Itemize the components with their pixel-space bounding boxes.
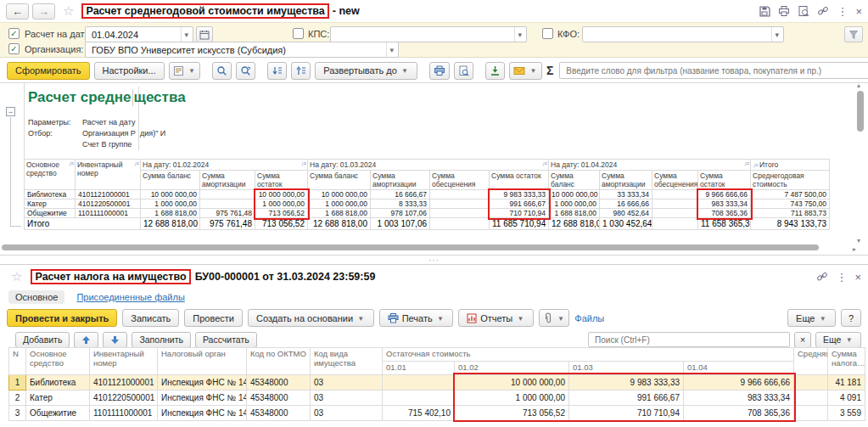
doc-cell[interactable]: 41 181 — [828, 374, 865, 390]
doc-cell[interactable]: 710 710,94 — [569, 405, 684, 420]
report-cell[interactable] — [652, 218, 698, 230]
report-cell[interactable]: 1 000 000,00 — [308, 199, 371, 209]
doc-cell[interactable] — [794, 374, 828, 390]
report-cell[interactable] — [430, 218, 490, 230]
report-cell[interactable]: 9 966 666,66 — [698, 190, 751, 199]
kps-input[interactable]: ▾ — [330, 26, 527, 42]
doc-cell[interactable] — [383, 390, 455, 405]
doc-cell[interactable]: Катер — [26, 390, 90, 405]
print-button[interactable]: Печать ▾ — [379, 309, 454, 327]
doc-cell[interactable]: 45348000 — [247, 405, 311, 420]
report-cell[interactable]: 12 688 818,00 — [308, 218, 371, 230]
doc-cell[interactable] — [794, 390, 828, 405]
calendar-button[interactable] — [196, 26, 213, 42]
report-subcol[interactable]: Сумма амортизации — [600, 171, 652, 190]
favorite-star-icon[interactable]: ☆ — [63, 3, 74, 19]
report-cell[interactable]: 975 761,48 — [200, 209, 255, 218]
doc-cell[interactable]: 03 — [311, 405, 383, 420]
doc-col-kind[interactable]: Код вида имущества — [311, 348, 383, 375]
tab-attached-files[interactable]: Присоединенные файлы — [76, 292, 184, 302]
report-group-0104[interactable]: ↓≡На дату: 01.04.2024 — [549, 160, 751, 171]
report-subcol[interactable]: Сумма остаток — [255, 171, 308, 190]
report-cell[interactable]: Общежитие — [25, 209, 76, 218]
scroll-right-icon[interactable]: ▸ — [853, 245, 856, 253]
report-cell[interactable]: 975 761,48 — [200, 218, 255, 230]
report-cell[interactable]: 978 107,06 — [371, 209, 430, 218]
grid-search-input[interactable] — [593, 334, 785, 346]
report-subcol[interactable]: Сумма остаток — [698, 171, 751, 190]
date-checkbox[interactable]: ✓ — [8, 28, 20, 39]
doc-cell[interactable]: Инспекция ФНС № 14 — [158, 405, 247, 420]
doc-cell[interactable]: 983 333,34 — [684, 390, 794, 405]
calculate-button[interactable]: Рассчитать — [195, 332, 257, 348]
print-preview-button[interactable] — [454, 62, 473, 80]
move-row-up-button[interactable] — [74, 332, 98, 348]
report-row[interactable]: Катер41012205000011 000 000,001 000 000,… — [25, 199, 830, 209]
report-cell[interactable]: Итого — [25, 218, 141, 230]
doc-cell[interactable]: 715 402,10 — [383, 405, 455, 420]
vertical-scrollbar[interactable]: ▴ ▾ — [855, 83, 865, 244]
doc-col-date[interactable]: 01.03 — [569, 361, 684, 374]
report-subcol[interactable]: Сумма баланс — [308, 171, 371, 190]
org-dropdown-icon[interactable]: ▾ — [386, 42, 396, 57]
report-cell[interactable]: 991 666,67 — [490, 199, 549, 209]
save-report-button[interactable] — [485, 62, 505, 80]
doc-cell[interactable]: 03 — [311, 390, 383, 405]
report-cell[interactable] — [430, 190, 490, 199]
document-help-button[interactable]: ? — [841, 309, 861, 327]
report-cell[interactable]: 1 000 000,00 — [141, 199, 200, 209]
collapse-group-icon[interactable]: − — [6, 107, 15, 116]
doc-cell[interactable]: 1 000 000,00 — [455, 390, 569, 405]
report-cell[interactable]: 1101111000001 — [76, 209, 141, 218]
report-cell[interactable] — [652, 199, 698, 209]
tab-main[interactable]: Основное — [8, 290, 64, 304]
doc-col-date[interactable]: 01.02 — [455, 361, 569, 374]
report-group-0103[interactable]: ↓≡На дату: 01.03.2024 — [308, 160, 549, 171]
doc-cell[interactable]: 2 — [9, 390, 26, 405]
report-subcol[interactable]: Сумма баланс — [549, 171, 600, 190]
report-cell[interactable]: 980 452,64 — [600, 209, 652, 218]
back-arrow-button[interactable]: ← — [6, 3, 29, 20]
kfo-dropdown-icon[interactable]: ▾ — [771, 27, 781, 42]
cancel-search-button[interactable] — [236, 62, 255, 80]
date-dropdown-icon[interactable]: ▾ — [181, 27, 191, 42]
scroll-up-icon[interactable]: ▴ — [857, 81, 860, 89]
generate-button[interactable]: Сформировать — [7, 62, 90, 80]
autosum-icon[interactable]: Σ — [546, 64, 553, 77]
doc-cell[interactable]: 4101220500001 — [90, 390, 158, 405]
report-cell[interactable] — [200, 199, 255, 209]
report-cell[interactable]: Библиотека — [25, 190, 76, 199]
favorite-star-icon[interactable]: ☆ — [11, 269, 22, 284]
post-and-close-button[interactable]: Провести и закрыть — [7, 309, 117, 327]
report-col-asset[interactable]: ↓≡Основное средство — [25, 160, 76, 190]
report-subcol[interactable]: Сумма баланс — [141, 171, 200, 190]
date-input-value[interactable] — [90, 29, 181, 41]
doc-cell[interactable] — [794, 405, 828, 420]
report-subcol[interactable]: Среднегодовая стоимость — [751, 171, 830, 190]
org-input-value[interactable] — [90, 44, 386, 56]
doc-cell[interactable]: Инспекция ФНС № 14 — [158, 374, 247, 390]
date-input[interactable]: ▾ — [85, 26, 193, 42]
report-subcol[interactable]: Сумма амортизации — [371, 171, 430, 190]
horizontal-scroll-thumb[interactable] — [2, 244, 819, 250]
report-total-row[interactable]: Итого12 688 818,00975 761,48713 056,5212… — [25, 218, 830, 230]
kfo-input[interactable]: ▾ — [582, 26, 784, 42]
forward-arrow-button[interactable]: → — [32, 3, 55, 20]
report-filter-search-input[interactable] — [564, 65, 868, 76]
kfo-checkbox[interactable] — [542, 28, 553, 39]
report-subcol[interactable]: Сумма обесценения — [652, 171, 698, 190]
vertical-scroll-thumb[interactable] — [857, 91, 864, 132]
grid-more-button[interactable]: Еще ▾ — [815, 332, 861, 348]
report-cell[interactable]: 12 688 818,00 — [141, 218, 200, 230]
report-cell[interactable]: 9 983 333,33 — [490, 190, 549, 199]
report-cell[interactable]: Катер — [25, 199, 76, 209]
doc-cell[interactable]: Библиотека — [26, 374, 90, 390]
doc-table-row[interactable]: 2Катер4101220500001Инспекция ФНС № 14453… — [9, 390, 865, 405]
doc-col-average[interactable]: Средняя — [794, 348, 828, 375]
doc-cell[interactable]: 3 — [9, 405, 26, 420]
doc-col-inventory[interactable]: Инвентарный номер — [90, 348, 158, 375]
report-variants-button[interactable]: ▾ — [169, 62, 201, 80]
doc-cell[interactable]: 713 056,52 — [455, 405, 569, 420]
report-group-total[interactable]: ↓≡ Итого — [751, 160, 830, 171]
report-cell[interactable]: 16 666,67 — [371, 190, 430, 199]
